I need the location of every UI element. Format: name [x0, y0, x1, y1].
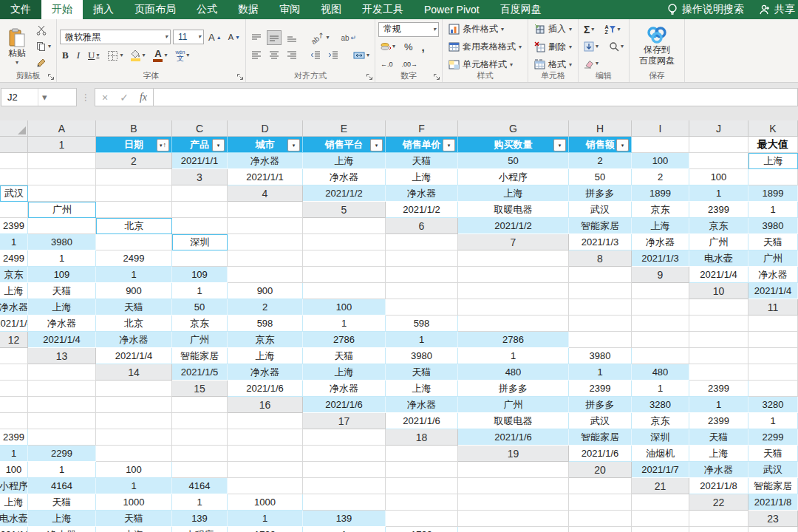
cell-E4[interactable]: 1899	[632, 185, 689, 202]
cell-D10[interactable]: 天猫	[96, 299, 172, 316]
cell-C11[interactable]: 北京	[96, 316, 172, 332]
cell-C10[interactable]: 上海	[28, 299, 96, 316]
cell-G11[interactable]: 598	[386, 316, 458, 332]
cell-J8[interactable]	[386, 267, 458, 283]
cell-A13[interactable]: 2021/1/4	[96, 348, 172, 364]
cell-A23[interactable]: 2021/1/9	[0, 527, 28, 532]
cell-H20[interactable]	[228, 478, 303, 494]
bold-button[interactable]: B	[60, 48, 71, 63]
cell-A8[interactable]: 2021/1/3	[632, 250, 689, 267]
cell-C5[interactable]: 武汉	[569, 202, 632, 218]
cell-I20[interactable]	[303, 478, 386, 494]
tab-视图[interactable]: 视图	[310, 0, 352, 19]
cell-E11[interactable]: 598	[228, 316, 303, 332]
table-header-F[interactable]: 购买数量▾	[458, 137, 569, 153]
cell-A21[interactable]: 2021/1/8	[689, 478, 748, 494]
conditional-formatting-button[interactable]: 条件格式▾	[446, 21, 525, 37]
cell-C2[interactable]: 上海	[303, 153, 386, 169]
cell-E10[interactable]: 50	[172, 299, 228, 316]
cell-J17[interactable]	[172, 429, 228, 446]
cell-J2[interactable]	[0, 169, 28, 185]
cell-I14[interactable]	[748, 364, 798, 381]
cell-K14[interactable]	[28, 381, 96, 397]
cell-F15[interactable]: 1	[632, 381, 689, 397]
cell-E3[interactable]: 50	[569, 169, 632, 185]
cell-A7[interactable]: 2021/1/3	[569, 234, 632, 250]
cell-D8[interactable]: 京东	[0, 267, 28, 283]
cell-F6[interactable]: 1	[0, 234, 28, 250]
col-header-G[interactable]: G	[458, 120, 569, 137]
font-color-button[interactable]: A ▾	[151, 47, 169, 64]
cell-K16[interactable]	[172, 413, 228, 429]
cell-D15[interactable]: 拼多多	[458, 381, 569, 397]
select-all-corner[interactable]	[0, 120, 28, 137]
cell-B20[interactable]: 净水器	[689, 462, 748, 478]
cell-C12[interactable]: 广州	[172, 332, 228, 348]
cell-E18[interactable]: 2299	[748, 429, 798, 446]
cell-A4[interactable]: 2021/1/2	[303, 185, 386, 202]
cell-F12[interactable]: 1	[386, 332, 458, 348]
cell-G21[interactable]: 1000	[228, 494, 303, 511]
number-format-select[interactable]: 常规▾	[378, 22, 439, 37]
cell-A17[interactable]: 2021/1/6	[386, 413, 458, 429]
cell-A12[interactable]: 2021/1/4	[28, 332, 96, 348]
cell-D17[interactable]: 京东	[632, 413, 689, 429]
formula-input[interactable]	[154, 88, 798, 106]
row-header-15[interactable]: 15	[172, 381, 228, 397]
cell-J23[interactable]	[632, 527, 689, 532]
cell-A16[interactable]: 2021/1/6	[303, 397, 386, 413]
cell-H2[interactable]	[689, 153, 748, 169]
cell-H18[interactable]	[96, 446, 172, 462]
cell-E12[interactable]: 2786	[303, 332, 386, 348]
row-header-3[interactable]: 3	[172, 169, 228, 185]
cell-B9[interactable]: 净水器	[748, 267, 798, 283]
font-name-select[interactable]: 微软雅黑▾	[60, 30, 171, 44]
cell-I8[interactable]	[303, 267, 386, 283]
cell-H1[interactable]	[632, 137, 689, 153]
cell-I4[interactable]: 广州	[28, 202, 96, 218]
format-painter-button[interactable]	[34, 55, 53, 70]
cell-C14[interactable]: 上海	[303, 364, 386, 381]
cell-C23[interactable]: 上海	[96, 527, 172, 532]
cell-K19[interactable]	[386, 462, 458, 478]
italic-button[interactable]: I	[75, 48, 82, 63]
underline-button[interactable]: U▾	[86, 48, 101, 63]
cell-K15[interactable]	[96, 397, 172, 413]
cell-I15[interactable]	[0, 397, 28, 413]
filter-button-A[interactable]: ▾↑	[157, 139, 169, 151]
cell-F13[interactable]: 1	[458, 348, 569, 364]
cell-B19[interactable]: 油烟机	[632, 446, 689, 462]
cell-J10[interactable]	[569, 299, 632, 316]
cell-B7[interactable]: 净水器	[632, 234, 689, 250]
cell-B5[interactable]: 取暖电器	[458, 202, 569, 218]
row-header-12[interactable]: 12	[0, 332, 28, 348]
cell-J3[interactable]	[28, 185, 96, 202]
cell-C4[interactable]: 上海	[458, 185, 569, 202]
cell-H23[interactable]	[458, 527, 569, 532]
cell-G4[interactable]: 1899	[748, 185, 798, 202]
cell-I3[interactable]: 武汉	[0, 185, 28, 202]
tab-审阅[interactable]: 审阅	[269, 0, 310, 19]
cell-C7[interactable]: 广州	[689, 234, 748, 250]
col-header-H[interactable]: H	[569, 120, 632, 137]
cell-B2[interactable]: 净水器	[228, 153, 303, 169]
cell-G7[interactable]: 2499	[96, 250, 172, 267]
cell-J6[interactable]	[228, 234, 303, 250]
cell-F18[interactable]: 1	[0, 446, 28, 462]
cell-I16[interactable]	[28, 413, 96, 429]
cell-K5[interactable]	[228, 218, 303, 234]
cell-F4[interactable]: 1	[689, 185, 748, 202]
cell-G3[interactable]: 100	[689, 169, 748, 185]
cut-button[interactable]	[34, 23, 53, 38]
accounting-format-button[interactable]: ▾	[378, 39, 398, 54]
cell-H15[interactable]	[748, 381, 798, 397]
cell-E20[interactable]: 4164	[28, 478, 96, 494]
cell-A20[interactable]: 2021/1/7	[632, 462, 689, 478]
cell-I22[interactable]	[458, 511, 569, 527]
cell-D6[interactable]: 京东	[689, 218, 748, 234]
tab-百度网盘[interactable]: 百度网盘	[490, 0, 552, 19]
cell-I7[interactable]	[228, 250, 303, 267]
cell-B15[interactable]: 净水器	[303, 381, 386, 397]
cell-E19[interactable]: 100	[0, 462, 28, 478]
cell-G23[interactable]: 1799	[386, 527, 458, 532]
